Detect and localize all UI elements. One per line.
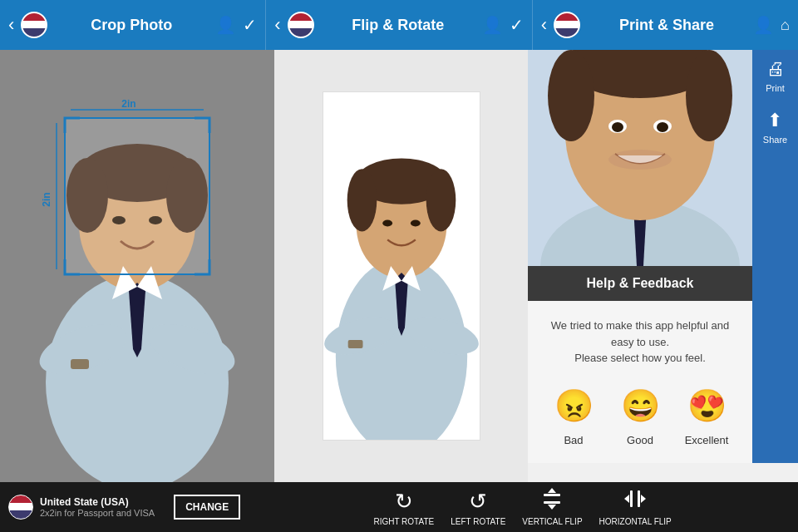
vertical-flip-label: VERTICAL FLIP bbox=[522, 517, 582, 526]
right-rotate-icon: ↻ bbox=[395, 489, 413, 515]
excellent-label: Excellent bbox=[685, 434, 729, 446]
emoji-good[interactable]: 😄 Good bbox=[618, 383, 663, 446]
good-label: Good bbox=[627, 434, 653, 446]
print-panel: Help & Feedback We tried to make this ap… bbox=[528, 50, 798, 482]
left-rotate-icon: ↺ bbox=[469, 489, 487, 515]
country-size: 2x2in for Passport and VISA bbox=[40, 508, 155, 518]
help-body-text: We tried to make this app helpful and ea… bbox=[540, 318, 740, 367]
flip-photo-container bbox=[323, 91, 480, 441]
vertical-flip-icon bbox=[541, 488, 563, 515]
right-rotate-label: RIGHT ROTATE bbox=[373, 517, 434, 526]
svg-rect-54 bbox=[630, 490, 633, 507]
emoji-row: 😠 Bad 😄 Good 😍 Excellent bbox=[540, 383, 740, 446]
svg-point-43 bbox=[548, 50, 594, 141]
svg-rect-14 bbox=[71, 359, 89, 369]
print-photo-illustration bbox=[528, 50, 752, 266]
print-photo bbox=[528, 50, 752, 266]
share-button[interactable]: ⬆ Share bbox=[763, 110, 787, 145]
svg-point-47 bbox=[612, 122, 623, 132]
emoji-excellent[interactable]: 😍 Excellent bbox=[684, 383, 730, 446]
flip-panel bbox=[274, 50, 528, 482]
crop-section-header: ‹ Crop Photo 👤 ✓ bbox=[0, 0, 266, 50]
svg-marker-57 bbox=[641, 495, 646, 503]
svg-point-27 bbox=[347, 169, 377, 231]
emoji-bad[interactable]: 😠 Bad bbox=[551, 383, 597, 446]
print-flag bbox=[554, 12, 580, 38]
top-bar: ‹ Crop Photo 👤 ✓ ‹ Flip & Rotate 👤 ✓ ‹ P… bbox=[0, 0, 798, 50]
country-info: United State (USA) 2x2in for Passport an… bbox=[8, 495, 155, 520]
country-text: United State (USA) 2x2in for Passport an… bbox=[40, 496, 155, 518]
left-rotate-button[interactable]: ↺ LEFT ROTATE bbox=[451, 489, 505, 526]
share-icon: ⬆ bbox=[767, 110, 782, 131]
crop-check-icon[interactable]: ✓ bbox=[243, 15, 257, 35]
bottom-actions: ↻ RIGHT ROTATE ↺ LEFT ROTATE VERTICAL FL… bbox=[255, 488, 790, 526]
excellent-emoji-face: 😍 bbox=[684, 383, 730, 429]
help-feedback-header: Help & Feedback bbox=[528, 266, 752, 301]
vertical-flip-button[interactable]: VERTICAL FLIP bbox=[522, 488, 582, 526]
print-icon: 🖨 bbox=[766, 58, 785, 80]
svg-rect-34 bbox=[347, 340, 362, 348]
horizontal-flip-button[interactable]: HORIZONTAL FLIP bbox=[599, 488, 672, 526]
crop-back-icon[interactable]: ‹ bbox=[8, 14, 14, 36]
right-side-buttons: 🖨 Print ⬆ Share bbox=[752, 50, 798, 463]
right-rotate-button[interactable]: ↻ RIGHT ROTATE bbox=[373, 489, 434, 526]
flip-section-header: ‹ Flip & Rotate 👤 ✓ bbox=[266, 0, 532, 50]
home-icon[interactable]: ⌂ bbox=[781, 17, 790, 34]
svg-marker-52 bbox=[548, 488, 556, 493]
svg-point-30 bbox=[410, 220, 420, 227]
print-panel-main: Help & Feedback We tried to make this ap… bbox=[528, 50, 752, 463]
svg-text:2in: 2in bbox=[41, 192, 52, 206]
bottom-bar: United State (USA) 2x2in for Passport an… bbox=[0, 482, 798, 532]
print-section-header: ‹ Print & Share 👤 ⌂ bbox=[533, 0, 798, 50]
flip-person-icon: 👤 bbox=[482, 15, 503, 35]
svg-rect-50 bbox=[544, 494, 560, 496]
crop-panel: 2in 2in bbox=[0, 50, 274, 482]
good-emoji-face: 😄 bbox=[618, 383, 663, 429]
svg-point-48 bbox=[657, 122, 668, 132]
svg-rect-51 bbox=[544, 501, 560, 504]
bad-label: Bad bbox=[564, 434, 583, 446]
horizontal-flip-icon bbox=[624, 488, 646, 515]
svg-point-49 bbox=[608, 150, 672, 170]
country-name: United State (USA) bbox=[40, 496, 155, 508]
country-flag-icon bbox=[8, 495, 33, 520]
svg-point-28 bbox=[426, 169, 456, 231]
flip-title: Flip & Rotate bbox=[321, 17, 475, 34]
main-content: 2in 2in bbox=[0, 50, 798, 482]
left-rotate-label: LEFT ROTATE bbox=[451, 517, 505, 526]
crop-title: Crop Photo bbox=[54, 17, 209, 34]
share-label: Share bbox=[763, 135, 787, 145]
help-feedback-body: We tried to make this app helpful and ea… bbox=[528, 301, 752, 463]
change-button[interactable]: CHANGE bbox=[174, 495, 240, 520]
flip-check-icon[interactable]: ✓ bbox=[510, 15, 524, 35]
help-title: Help & Feedback bbox=[587, 276, 694, 290]
svg-marker-56 bbox=[624, 495, 629, 503]
print-button[interactable]: 🖨 Print bbox=[766, 58, 785, 93]
print-panel-top: Help & Feedback We tried to make this ap… bbox=[528, 50, 798, 463]
svg-rect-55 bbox=[638, 490, 640, 507]
bad-emoji-face: 😠 bbox=[551, 383, 597, 429]
print-title: Print & Share bbox=[587, 17, 746, 34]
svg-text:2in: 2in bbox=[121, 98, 135, 110]
crop-photo-illustration: 2in 2in bbox=[0, 50, 274, 482]
svg-marker-53 bbox=[548, 505, 556, 510]
print-person-icon: 👤 bbox=[753, 15, 774, 35]
svg-point-29 bbox=[382, 220, 392, 227]
horizontal-flip-label: HORIZONTAL FLIP bbox=[599, 517, 672, 526]
crop-flag bbox=[21, 12, 47, 38]
flip-back-icon[interactable]: ‹ bbox=[274, 14, 280, 36]
print-label: Print bbox=[766, 83, 785, 93]
svg-point-44 bbox=[686, 50, 732, 141]
flip-flag bbox=[288, 12, 314, 38]
svg-rect-15 bbox=[65, 118, 209, 274]
flip-photo-illustration bbox=[323, 91, 480, 441]
crop-person-icon: 👤 bbox=[215, 15, 236, 35]
print-back-icon[interactable]: ‹ bbox=[541, 14, 547, 36]
